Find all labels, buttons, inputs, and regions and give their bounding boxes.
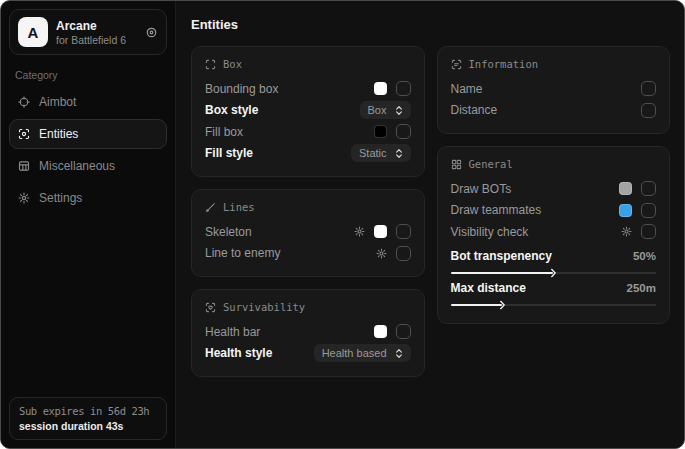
- fill-style-dropdown-value: Static: [359, 147, 387, 159]
- bounding-box-color-swatch[interactable]: [374, 82, 387, 95]
- line-to-enemy-controls: [376, 246, 411, 261]
- panel-title: General: [451, 158, 657, 170]
- visibility-check-label: Visibility check: [451, 225, 529, 239]
- status-ring-icon[interactable]: [145, 26, 158, 39]
- bounding-box-checkbox[interactable]: [396, 81, 411, 96]
- skeleton-color-swatch[interactable]: [374, 225, 387, 238]
- distance-checkbox[interactable]: [641, 103, 656, 118]
- distance-label: Distance: [451, 103, 498, 117]
- panel-survivability: SurvivabilityHealth barHealth styleHealt…: [191, 289, 425, 377]
- max-distance-label: Max distance: [451, 281, 526, 295]
- health-style-controls: Health based: [314, 344, 411, 362]
- grid-layout-icon: [451, 159, 462, 170]
- visibility-check-checkbox[interactable]: [641, 224, 656, 239]
- panel-general: GeneralDraw BOTsDraw teammatesVisibility…: [437, 146, 671, 324]
- panel-box: BoxBounding boxBox styleBoxFill boxFill …: [191, 46, 425, 177]
- sidebar-item-label: Miscellaneous: [39, 159, 115, 173]
- fill-box-checkbox[interactable]: [396, 124, 411, 139]
- panel-title-label: Lines: [223, 201, 255, 213]
- line-to-enemy-checkbox[interactable]: [396, 246, 411, 261]
- bot-transpenency-slider-thumb[interactable]: [551, 268, 556, 277]
- skeleton-checkbox[interactable]: [396, 224, 411, 239]
- subscription-card: Sub expires in 56d 23h session duration …: [9, 397, 167, 440]
- row-draw-teammates: Draw teammates: [451, 200, 657, 222]
- draw-bots-color-swatch[interactable]: [619, 182, 632, 195]
- sidebar-item-label: Settings: [39, 191, 82, 205]
- left-column: BoxBounding boxBox styleBoxFill boxFill …: [191, 46, 425, 377]
- row-draw-bots: Draw BOTs: [451, 178, 657, 200]
- row-box-style: Box styleBox: [205, 100, 411, 122]
- box-select-icon: [205, 59, 216, 70]
- bot-transpenency-header: Bot transpenency50%: [451, 247, 657, 266]
- draw-teammates-color-swatch[interactable]: [619, 204, 632, 217]
- page-title: Entities: [191, 17, 670, 32]
- session-duration-text: session duration 43s: [19, 420, 157, 432]
- row-distance: Distance: [451, 100, 657, 122]
- chevrons-up-down-icon: [395, 148, 403, 159]
- box-style-dropdown-value: Box: [368, 104, 387, 116]
- skeleton-settings-gear-icon[interactable]: [354, 226, 365, 237]
- sidebar-item-miscellaneous[interactable]: Miscellaneous: [9, 151, 167, 181]
- health-style-dropdown-value: Health based: [322, 347, 387, 359]
- row-fill-style: Fill styleStatic: [205, 143, 411, 165]
- fill-style-dropdown[interactable]: Static: [351, 144, 411, 162]
- health-bar-color-swatch[interactable]: [374, 325, 387, 338]
- chevrons-up-down-icon: [395, 348, 403, 359]
- sidebar-menu: AimbotEntitiesMiscellaneousSettings: [9, 87, 167, 213]
- row-name: Name: [451, 78, 657, 100]
- box-style-dropdown[interactable]: Box: [360, 101, 411, 119]
- bot-transpenency-value: 50%: [633, 250, 656, 262]
- sidebar-item-settings[interactable]: Settings: [9, 183, 167, 213]
- health-bar-controls: [374, 324, 411, 339]
- box-style-label: Box style: [205, 103, 258, 117]
- row-max-distance: Max distance250m: [451, 279, 657, 306]
- brand-text: Arcane for Battlefield 6: [56, 19, 126, 46]
- draw-teammates-checkbox[interactable]: [641, 203, 656, 218]
- panel-title: Lines: [205, 201, 411, 213]
- panel-title-label: Survivability: [223, 301, 305, 313]
- skeleton-controls: [354, 224, 411, 239]
- row-fill-box: Fill box: [205, 121, 411, 143]
- max-distance-slider[interactable]: [451, 304, 657, 306]
- app-subtitle: for Battlefield 6: [56, 34, 126, 46]
- visibility-check-settings-gear-icon[interactable]: [621, 226, 632, 237]
- bot-transpenency-label: Bot transpenency: [451, 249, 552, 263]
- pencil-line-icon: [205, 202, 216, 213]
- visibility-check-controls: [621, 224, 656, 239]
- health-style-dropdown[interactable]: Health based: [314, 344, 411, 362]
- app-logo: A: [18, 17, 48, 47]
- health-bar-label: Health bar: [205, 325, 260, 339]
- bot-transpenency-slider[interactable]: [451, 272, 657, 274]
- fill-box-label: Fill box: [205, 125, 243, 139]
- scan-text-icon: [451, 59, 462, 70]
- draw-bots-controls: [619, 181, 656, 196]
- line-to-enemy-settings-gear-icon[interactable]: [376, 248, 387, 259]
- app-window: A Arcane for Battlefield 6 Category Aimb…: [0, 0, 685, 449]
- name-checkbox[interactable]: [641, 81, 656, 96]
- fill-box-color-swatch[interactable]: [374, 125, 387, 138]
- sidebar-item-aimbot[interactable]: Aimbot: [9, 87, 167, 117]
- crosshair-icon: [18, 96, 30, 108]
- name-controls: [641, 81, 656, 96]
- max-distance-slider-thumb[interactable]: [500, 300, 505, 309]
- panel-information: InformationNameDistance: [437, 46, 671, 134]
- row-line-to-enemy: Line to enemy: [205, 243, 411, 265]
- health-bar-checkbox[interactable]: [396, 324, 411, 339]
- sidebar-item-entities[interactable]: Entities: [9, 119, 167, 149]
- sidebar-item-label: Aimbot: [39, 95, 76, 109]
- brand-card: A Arcane for Battlefield 6: [9, 9, 167, 55]
- sub-expiry-text: Sub expires in 56d 23h: [19, 405, 157, 417]
- draw-teammates-controls: [619, 203, 656, 218]
- box-style-controls: Box: [360, 101, 411, 119]
- row-visibility-check: Visibility check: [451, 221, 657, 243]
- scan-eye-icon: [18, 128, 30, 140]
- app-name: Arcane: [56, 19, 126, 33]
- draw-teammates-label: Draw teammates: [451, 203, 542, 217]
- sidebar-item-label: Entities: [39, 127, 78, 141]
- fill-style-controls: Static: [351, 144, 411, 162]
- panel-columns: BoxBounding boxBox styleBoxFill boxFill …: [191, 46, 670, 377]
- draw-bots-checkbox[interactable]: [641, 181, 656, 196]
- heart-scan-icon: [205, 302, 216, 313]
- panel-lines: LinesSkeletonLine to enemy: [191, 189, 425, 277]
- bounding-box-controls: [374, 81, 411, 96]
